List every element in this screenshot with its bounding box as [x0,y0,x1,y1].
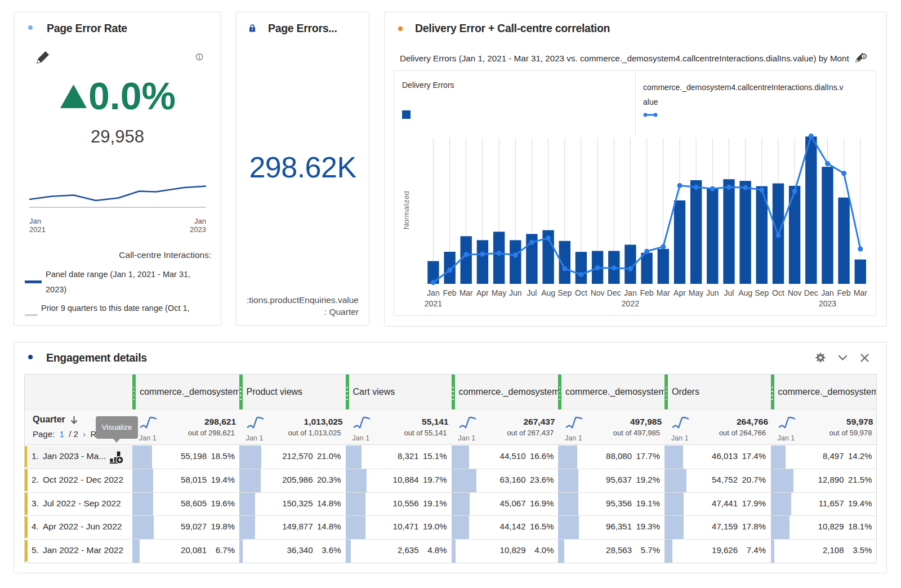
svg-text:Mar: Mar [854,288,867,297]
svg-text:Apr: Apr [673,288,686,297]
svg-text:Aug: Aug [738,288,752,297]
svg-text:Jul: Jul [724,288,734,297]
svg-text:Nov: Nov [788,288,802,297]
svg-text:Aug: Aug [541,288,555,297]
svg-text:2022: 2022 [622,299,639,308]
svg-text:2023: 2023 [819,299,836,308]
svg-text:2021: 2021 [425,299,442,308]
svg-text:Feb: Feb [443,288,457,297]
svg-text:Mar: Mar [460,288,473,297]
svg-text:Jan: Jan [821,288,834,297]
svg-text:Dec: Dec [804,288,818,297]
svg-text:Oct: Oct [772,288,784,297]
svg-text:Oct: Oct [575,288,587,297]
svg-text:Dec: Dec [607,288,621,297]
svg-text:Jul: Jul [527,288,537,297]
svg-text:Mar: Mar [657,288,670,297]
svg-text:Normalized: Normalized [402,191,411,229]
svg-text:Nov: Nov [591,288,605,297]
svg-text:May: May [689,288,703,297]
svg-text:Jun: Jun [509,288,522,297]
svg-text:Jun: Jun [706,288,719,297]
svg-text:Jan: Jan [624,288,637,297]
svg-text:Jan: Jan [427,288,440,297]
svg-text:Sep: Sep [755,288,769,297]
svg-text:Sep: Sep [557,288,572,297]
svg-text:May: May [492,288,506,297]
svg-text:Apr: Apr [476,288,489,297]
svg-text:Feb: Feb [640,288,654,297]
svg-text:Feb: Feb [837,288,851,297]
